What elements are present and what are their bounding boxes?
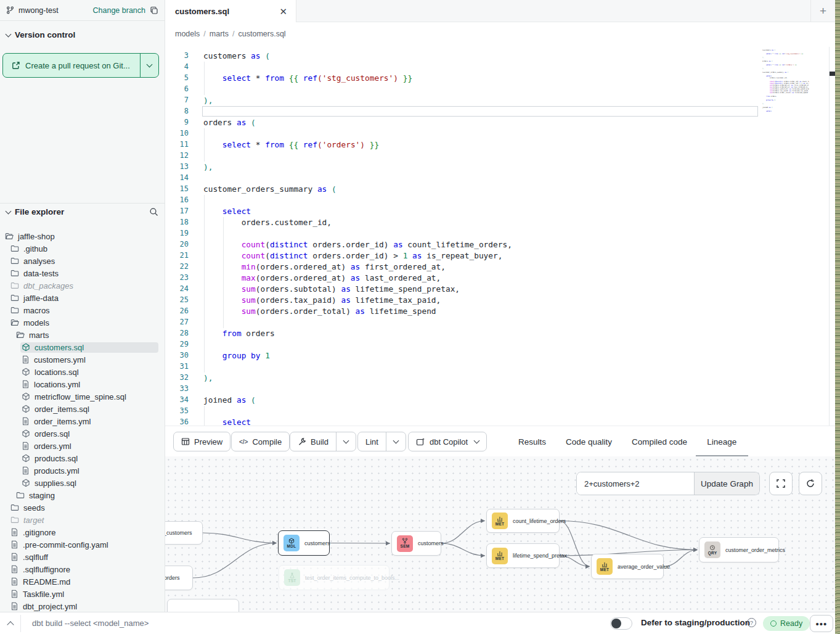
- pr-button-dropdown[interactable]: [140, 54, 158, 77]
- file-tree-item-data-tests[interactable]: data-tests: [0, 267, 165, 279]
- action-toolbar: Preview </> Compile Build Lint: [165, 426, 835, 456]
- branch-row: mwong-test Change branch: [0, 0, 165, 21]
- model-icon: [22, 368, 30, 376]
- lineage-node-count_lifetime_orders[interactable]: METcount_lifetime_orders: [486, 509, 560, 533]
- file-tree-item-products-yml[interactable]: products.yml: [0, 464, 165, 477]
- close-icon[interactable]: ✕: [279, 7, 287, 16]
- file-tree-item-order-items-yml[interactable]: order_items.yml: [0, 415, 165, 427]
- copy-icon[interactable]: [150, 6, 158, 15]
- file-tree-item-orders-sql[interactable]: orders.sql: [0, 427, 165, 440]
- code-line-23: 23 max(orders.ordered_at) as last_ordere…: [165, 273, 835, 284]
- tab-code-quality[interactable]: Code quality: [566, 426, 612, 457]
- lineage-node-label: customer_order_metrics: [725, 547, 785, 553]
- doc-icon: [10, 577, 18, 586]
- compile-button[interactable]: </> Compile: [231, 432, 290, 451]
- file-tree-item-jaffle-shop[interactable]: jaffle-shop: [0, 230, 165, 242]
- model-icon: [22, 392, 30, 401]
- code-editor[interactable]: 3customers as (45 select * from {{ ref('…: [165, 47, 835, 426]
- file-tree-item-metricflow-time-spine-sql[interactable]: metricflow_time_spine.sql: [0, 390, 165, 403]
- build-button[interactable]: Build: [290, 432, 336, 451]
- change-branch-link[interactable]: Change branch: [93, 6, 145, 15]
- lineage-node-test_ghost[interactable]: TSTtest_order_items_compute_to_bools...: [279, 565, 389, 590]
- file-tree-item-analyses[interactable]: analyses: [0, 255, 165, 267]
- file-tree-item-taskfile-yml[interactable]: Taskfile.yml: [0, 588, 165, 600]
- folder-icon: [10, 294, 19, 302]
- folder-icon: [10, 503, 19, 512]
- file-tree-item--sqlfluff[interactable]: .sqlfluff: [0, 551, 165, 563]
- breadcrumb-marts[interactable]: marts: [210, 30, 229, 38]
- lineage-panel[interactable]: MDLstg_customersMDLordersMDLcustomersTST…: [165, 456, 835, 612]
- lineage-node-orders_src[interactable]: MDLorders: [165, 566, 193, 590]
- file-tree-item-order-items-sql[interactable]: order_items.sql: [0, 403, 165, 415]
- collapse-panel-icon[interactable]: [4, 617, 17, 630]
- editor-scrollbar-thumb[interactable]: [830, 72, 835, 76]
- tab-compiled-code[interactable]: Compiled code: [632, 426, 687, 457]
- dbt-copilot-button[interactable]: dbt Copilot: [408, 432, 487, 451]
- fullscreen-icon[interactable]: [769, 472, 793, 495]
- new-tab-button[interactable]: +: [810, 0, 835, 22]
- main-area: customers.sql ✕ + models/ marts/ custome…: [165, 0, 835, 612]
- lint-button[interactable]: Lint: [358, 432, 386, 451]
- folder-icon: [10, 244, 19, 253]
- version-control-header[interactable]: Version control: [6, 30, 75, 39]
- lineage-node-label: orders: [165, 575, 180, 581]
- file-tree-item-products-sql[interactable]: products.sql: [0, 452, 165, 464]
- preview-button[interactable]: Preview: [173, 432, 230, 451]
- doc-icon: [10, 553, 18, 561]
- minimap[interactable]: customers as ( select * from {{ ref('stg…: [761, 49, 809, 112]
- tab-lineage[interactable]: Lineage: [707, 426, 736, 457]
- file-tree-item--sqlfluffignore[interactable]: .sqlfluffignore: [0, 563, 165, 575]
- defer-toggle[interactable]: [610, 617, 632, 630]
- ready-indicator-icon: [770, 620, 777, 627]
- refresh-icon[interactable]: [799, 472, 822, 495]
- editor-tab-bar: customers.sql ✕ +: [165, 0, 835, 22]
- file-tree-item-customers-yml[interactable]: customers.yml: [0, 353, 165, 366]
- file-tree-item-locations-sql[interactable]: locations.sql: [0, 366, 165, 378]
- file-tree-item--github[interactable]: .github: [0, 242, 165, 255]
- build-dropdown[interactable]: [336, 432, 356, 451]
- lineage-node-clipped_node[interactable]: [167, 599, 239, 612]
- file-tree-item-models[interactable]: models: [0, 316, 165, 329]
- breadcrumb-models[interactable]: models: [175, 30, 200, 38]
- lineage-node-customers_mdl[interactable]: MDLcustomers: [278, 530, 330, 556]
- file-tree-item--pre-commit-config-yaml[interactable]: .pre-commit-config.yaml: [0, 538, 165, 551]
- file-tree-item-locations-yml[interactable]: locations.yml: [0, 378, 165, 390]
- lint-button-group[interactable]: Lint: [357, 432, 406, 451]
- update-graph-button[interactable]: Update Graph: [694, 472, 759, 495]
- file-tree-item-supplies-sql[interactable]: supplies.sql: [0, 477, 165, 489]
- file-tree-label: orders.yml: [34, 442, 71, 451]
- file-tree-item-readme-md[interactable]: README.md: [0, 575, 165, 588]
- code-line-14: 14: [165, 173, 835, 184]
- search-icon[interactable]: [149, 207, 158, 216]
- file-tree-item--gitignore[interactable]: .gitignore: [0, 526, 165, 538]
- file-tree-item-customers-sql[interactable]: customers.sql: [0, 341, 165, 353]
- lineage-node-stg_customers[interactable]: MDLstg_customers: [165, 521, 203, 545]
- file-tree-item-staging[interactable]: staging: [0, 489, 165, 501]
- file-tree-item-orders-yml[interactable]: orders.yml: [0, 440, 165, 452]
- file-tree-item-target[interactable]: target: [0, 514, 165, 526]
- file-tree-item-macros[interactable]: macros: [0, 304, 165, 316]
- tab-results[interactable]: Results: [518, 426, 546, 457]
- file-tree-item-dbt-project-yml[interactable]: dbt_project.yml: [0, 600, 165, 612]
- file-tree-item-jaffle-data[interactable]: jaffle-data: [0, 292, 165, 304]
- file-tree-label: marts: [29, 331, 49, 340]
- file-tree: jaffle-shop.githubanalysesdata-testsdbt_…: [0, 230, 165, 612]
- file-explorer-header[interactable]: File explorer: [6, 207, 158, 216]
- cli-command-text[interactable]: dbt build --select <model_name>: [32, 619, 149, 628]
- more-options-button[interactable]: •••: [810, 615, 833, 632]
- file-tree-item-seeds[interactable]: seeds: [0, 501, 165, 514]
- file-tree-item-marts[interactable]: marts: [0, 329, 165, 341]
- file-tree-item-dbt-packages[interactable]: dbt_packages: [0, 279, 165, 292]
- lineage-node-lifetime_spend_pretax[interactable]: METlifetime_spend_pretax: [486, 543, 560, 568]
- lineage-node-average_order_value[interactable]: METaverage_order_value: [591, 554, 664, 579]
- lineage-search-input[interactable]: [577, 472, 694, 495]
- lineage-node-customers_sem[interactable]: SEMcustomers: [391, 531, 441, 556]
- lint-dropdown[interactable]: [386, 432, 406, 451]
- tab-customers-sql[interactable]: customers.sql ✕: [165, 0, 296, 22]
- lineage-node-customer_order_metrics[interactable]: QRYcustomer_order_metrics: [699, 537, 779, 562]
- help-icon[interactable]: ?: [747, 618, 756, 627]
- doc-icon: [10, 528, 18, 537]
- build-button-group[interactable]: Build: [290, 432, 356, 451]
- create-pull-request-button[interactable]: Create a pull request on Git...: [2, 53, 159, 78]
- breadcrumb-file[interactable]: customers.sql: [239, 30, 286, 38]
